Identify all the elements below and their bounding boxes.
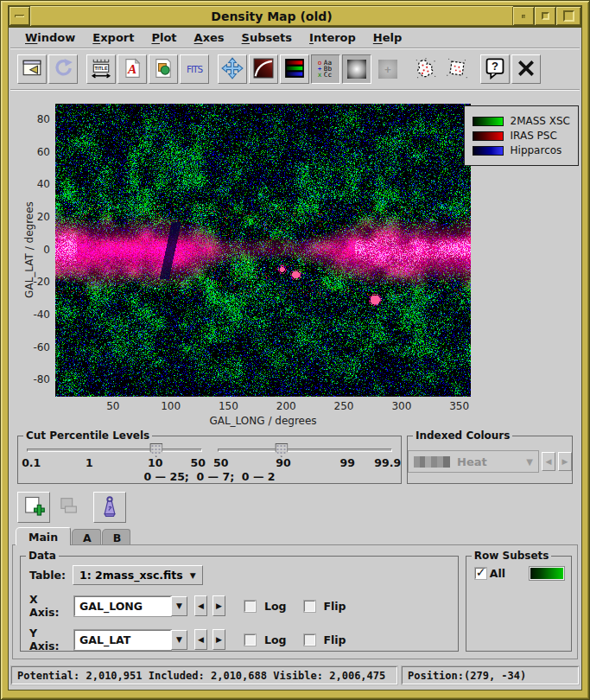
x-axis-select[interactable]: GAL_LONG ▼ xyxy=(74,596,187,616)
x-tick-label: 300 xyxy=(383,400,421,412)
colour-levels-button[interactable] xyxy=(280,54,309,84)
draw-blob-subset-button[interactable] xyxy=(411,54,441,84)
svg-text:A: A xyxy=(127,61,136,76)
export-image-icon xyxy=(153,58,174,81)
hi-cut-slider[interactable]: 50 90 99 99.9 xyxy=(216,442,395,469)
add-subset-button[interactable] xyxy=(17,492,50,523)
edit-axis-labels-button[interactable]: TITLE xyxy=(86,54,116,84)
chevron-down-icon[interactable]: ▼ xyxy=(171,596,187,616)
svg-text:FITS: FITS xyxy=(187,63,204,73)
duplicate-window-icon xyxy=(22,58,42,81)
row-subsets-title: Row Subsets xyxy=(472,550,552,562)
edit-axis-labels-icon: TITLE xyxy=(91,58,111,81)
export-pdf-button[interactable]: A xyxy=(117,54,147,84)
legend-label: IRAS PSC xyxy=(511,130,557,142)
plot-legend: 2MASS XSC IRAS PSC Hipparcos xyxy=(464,105,579,166)
cut-levels-button[interactable] xyxy=(249,54,278,84)
svg-text:?: ? xyxy=(492,60,498,73)
menu-subsets[interactable]: Subsets xyxy=(234,30,300,45)
row-subsets-group: Row Subsets All xyxy=(466,556,572,652)
y-tick-label: 60 xyxy=(9,146,50,158)
x-axis-select-value: GAL_LONG xyxy=(74,596,171,616)
rescale-icon xyxy=(221,57,244,82)
y-axis-select-value: GAL_LAT xyxy=(74,630,171,650)
chevron-down-icon[interactable]: ▼ xyxy=(171,630,187,650)
marker-styles-button[interactable]: oAa+BbxCc xyxy=(311,54,340,84)
y-tick-label: -20 xyxy=(9,276,50,288)
legend-swatch-2mass xyxy=(473,117,504,126)
lo-cut-slider-thumb[interactable] xyxy=(149,443,162,457)
slider-label: 50 xyxy=(191,456,206,469)
slider-label: 90 xyxy=(276,456,290,469)
legend-entry: 2MASS XSC xyxy=(473,115,570,127)
table-select[interactable]: 1: 2mass_xsc.fits ▼ xyxy=(73,565,203,585)
cut-levels-readout: 0 — 25; 0 — 7; 0 — 2 xyxy=(25,470,394,483)
x-axis-prev-button[interactable]: ◀ xyxy=(194,595,207,616)
x-tick-label: 350 xyxy=(441,400,479,412)
rescale-button[interactable] xyxy=(218,54,247,84)
y-tick-label: 80 xyxy=(9,113,50,125)
hi-cut-slider-thumb[interactable] xyxy=(275,443,288,457)
x-tick-label: 50 xyxy=(94,400,132,412)
x-axis-title: GAL_LONG / degrees xyxy=(55,415,471,427)
replot-icon xyxy=(53,58,73,81)
data-group: Data Table: 1: 2mass_xsc.fits ▼ X Axis: … xyxy=(20,556,459,652)
x-tick-label: 250 xyxy=(325,400,363,412)
title-bar[interactable]: Density Map (old) xyxy=(8,5,582,27)
x-flip-checkbox[interactable] xyxy=(304,601,315,612)
slider-label: 99.9 xyxy=(374,456,401,469)
subset-all-checkbox[interactable] xyxy=(475,568,486,579)
menu-plot[interactable]: Plot xyxy=(143,30,184,45)
smooth-button[interactable] xyxy=(342,54,371,84)
legend-label: 2MASS XSC xyxy=(511,115,570,127)
tab-main[interactable]: Main xyxy=(16,527,71,545)
y-flip-checkbox[interactable] xyxy=(304,634,315,646)
x-tick-label: 200 xyxy=(267,400,305,412)
divider xyxy=(10,89,580,91)
colour-map-next-button: ▶ xyxy=(558,452,572,471)
tab-b[interactable]: B xyxy=(102,529,131,545)
export-fits-button[interactable]: FITS xyxy=(180,54,209,84)
tab-a[interactable]: A xyxy=(72,529,101,545)
y-tick-label: 40 xyxy=(9,178,50,190)
export-image-button[interactable] xyxy=(149,54,178,84)
x-axis-next-button[interactable]: ▶ xyxy=(213,595,225,616)
close-button[interactable] xyxy=(511,54,541,84)
minimize-button[interactable] xyxy=(513,6,535,26)
hi-cut-slider-track[interactable] xyxy=(218,449,393,452)
y-log-checkbox[interactable] xyxy=(244,634,256,646)
help-button[interactable]: ? xyxy=(480,54,510,84)
duplicate-window-button[interactable] xyxy=(17,54,47,84)
tab-bar: Main A B xyxy=(16,527,581,545)
y-axis-next-button[interactable]: ▶ xyxy=(213,629,225,650)
main-tab-panel: Data Table: 1: 2mass_xsc.fits ▼ X Axis: … xyxy=(12,544,578,659)
data-group-title: Data xyxy=(26,550,59,562)
empty-status-strip xyxy=(11,690,579,690)
y-axis-label: Y Axis: xyxy=(29,627,69,652)
frame-corner-handle[interactable] xyxy=(556,6,581,26)
y-axis-prev-button[interactable]: ◀ xyxy=(194,629,207,650)
cut-percentile-title: Cut Percentile Levels xyxy=(23,430,152,442)
y-axis-select[interactable]: GAL_LAT ▼ xyxy=(74,630,187,650)
x-log-checkbox[interactable] xyxy=(244,601,256,612)
subset-buttons xyxy=(17,491,581,524)
maximize-button[interactable] xyxy=(535,6,556,26)
lo-cut-slider[interactable]: 0.1 1 10 50 xyxy=(25,442,204,469)
replot-button[interactable] xyxy=(48,54,78,84)
menu-interop[interactable]: Interop xyxy=(301,30,364,45)
subset-colour-swatch[interactable] xyxy=(530,567,564,580)
export-fits-icon: FITS xyxy=(183,58,206,81)
draw-blob-subset-icon xyxy=(415,57,437,82)
menu-help[interactable]: Help xyxy=(365,30,409,45)
menu-window[interactable]: Window xyxy=(17,30,83,45)
weight-mode-button[interactable] xyxy=(93,492,126,523)
indexed-colours-group: Indexed Colours Heat ▼ ◀ ▶ xyxy=(407,436,573,484)
window-menu-icon xyxy=(15,15,24,17)
draw-region-subset-button[interactable] xyxy=(442,54,472,84)
lo-cut-slider-track[interactable] xyxy=(27,449,202,452)
window-menu-button[interactable] xyxy=(9,6,30,26)
menu-export[interactable]: Export xyxy=(85,30,142,45)
menu-axes[interactable]: Axes xyxy=(187,30,232,45)
density-plot-canvas[interactable] xyxy=(55,104,471,397)
colour-map-swatch xyxy=(414,456,450,468)
